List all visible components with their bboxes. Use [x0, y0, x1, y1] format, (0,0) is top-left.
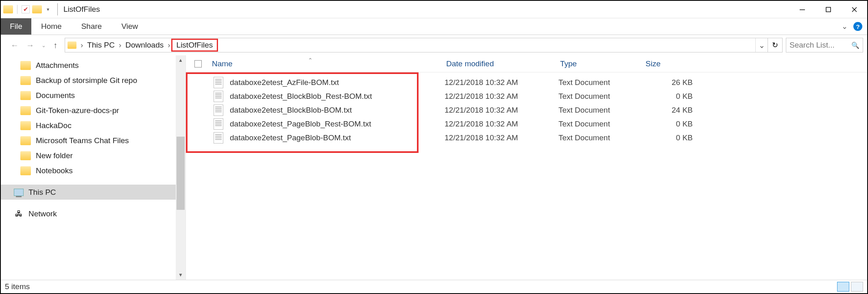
text-file-icon — [214, 91, 223, 102]
history-dropdown-icon[interactable]: ⌄ — [41, 42, 46, 48]
maximize-button[interactable] — [815, 1, 841, 18]
sidebar-item-label: Microsoft Teams Chat Files — [36, 136, 129, 145]
sidebar-item[interactable]: Backup of storsimple Git repo — [1, 73, 185, 88]
qat-separator — [17, 5, 17, 14]
breadcrumb-item-current[interactable]: ListOfFiles — [171, 39, 218, 52]
file-size: 24 KB — [644, 106, 693, 115]
text-file-icon — [214, 105, 223, 116]
ribbon-tab-share[interactable]: Share — [72, 18, 112, 35]
minimize-button[interactable] — [789, 1, 815, 18]
network-icon: 🖧 — [14, 210, 24, 218]
sidebar-item[interactable]: Attachments — [1, 58, 185, 73]
column-name-label: Name — [212, 59, 233, 68]
sidebar-item-label: This PC — [28, 188, 56, 197]
address-history-dropdown[interactable]: ⌄ — [755, 38, 768, 52]
file-rows: databoxe2etest_AzFile-BOM.txt12/21/2018 … — [186, 72, 867, 145]
help-icon[interactable]: ? — [853, 22, 862, 31]
file-date: 12/21/2018 10:32 AM — [445, 78, 558, 87]
breadcrumb-item[interactable]: Downloads — [122, 39, 167, 51]
file-type: Text Document — [558, 92, 644, 101]
sidebar-item[interactable]: Documents — [1, 88, 185, 103]
sidebar-item-label: Attachments — [36, 61, 79, 70]
up-button[interactable]: ↑ — [53, 41, 57, 50]
sidebar-item[interactable]: HackaDoc — [1, 118, 185, 133]
title-separator — [57, 3, 58, 15]
file-tab[interactable]: File — [1, 18, 31, 35]
sidebar-item[interactable]: Microsoft Teams Chat Files — [1, 133, 185, 148]
sidebar-network[interactable]: 🖧Network — [1, 206, 185, 221]
column-size[interactable]: Size — [646, 59, 711, 68]
scroll-down-icon[interactable]: ▼ — [176, 270, 185, 280]
quick-access-toolbar: ✔ ▾ ListOfFiles — [1, 3, 100, 15]
folder-icon — [20, 136, 31, 145]
qat-dropdown-icon[interactable]: ▾ — [44, 7, 52, 12]
view-large-icons-button[interactable] — [851, 282, 863, 292]
crumb-chevron-icon[interactable]: › — [80, 41, 84, 50]
status-bar: 5 items — [1, 280, 867, 293]
close-button[interactable] — [841, 1, 867, 18]
file-size: 26 KB — [644, 78, 693, 87]
folder-icon — [20, 106, 31, 115]
folder-icon — [20, 91, 31, 100]
file-type: Text Document — [558, 133, 644, 142]
file-size: 0 KB — [644, 92, 693, 101]
file-type: Text Document — [558, 78, 644, 87]
column-type[interactable]: Type — [560, 59, 646, 68]
search-input[interactable]: Search List... 🔍 — [786, 38, 863, 52]
ribbon-tab-view[interactable]: View — [111, 18, 148, 35]
nav-arrows: ← → ⌄ ↑ — [5, 41, 61, 50]
sidebar-item-label: New folder — [36, 151, 73, 160]
scroll-thumb[interactable] — [177, 137, 185, 210]
sidebar-item[interactable]: Git-Token-azure-docs-pr — [1, 103, 185, 118]
new-folder-icon[interactable] — [32, 5, 42, 13]
folder-icon — [20, 121, 31, 130]
sidebar: AttachmentsBackup of storsimple Git repo… — [1, 55, 186, 280]
ribbon-collapse-icon[interactable]: ⌄ — [842, 22, 848, 31]
sidebar-this-pc[interactable]: This PC — [1, 185, 185, 200]
select-all-checkbox[interactable] — [194, 60, 202, 68]
sidebar-item-label: Backup of storsimple Git repo — [36, 76, 137, 85]
title-bar: ✔ ▾ ListOfFiles — [1, 1, 867, 18]
text-file-icon — [214, 132, 223, 144]
folder-icon — [20, 61, 31, 70]
sidebar-item-label: Notebooks — [36, 166, 73, 175]
app-folder-icon — [3, 5, 13, 13]
svg-rect-1 — [826, 7, 831, 12]
sidebar-item[interactable]: New folder — [1, 148, 185, 163]
ribbon: File Home Share View ⌄ ? — [1, 18, 867, 35]
file-list: Name ⌃ Date modified Type Size databoxe2… — [186, 55, 867, 280]
sidebar-item[interactable]: Notebooks — [1, 163, 185, 178]
scroll-up-icon[interactable]: ▲ — [176, 55, 185, 65]
sidebar-item-label: Documents — [36, 91, 75, 100]
text-file-icon — [214, 118, 223, 130]
sidebar-item-label: Git-Token-azure-docs-pr — [36, 106, 119, 115]
crumb-chevron-icon[interactable]: › — [118, 41, 122, 50]
refresh-button[interactable]: ↻ — [768, 38, 782, 52]
back-button[interactable]: ← — [11, 41, 19, 50]
file-date: 12/21/2018 10:32 AM — [445, 133, 558, 142]
properties-icon[interactable]: ✔ — [22, 5, 30, 13]
column-name[interactable]: Name ⌃ — [210, 59, 446, 68]
address-bar[interactable]: › This PC › Downloads › ListOfFiles ⌄ ↻ — [65, 38, 783, 52]
file-type: Text Document — [558, 106, 644, 115]
breadcrumb-item[interactable]: This PC — [84, 39, 118, 51]
pc-icon — [14, 189, 24, 196]
sidebar-scrollbar[interactable]: ▲ ▼ — [176, 55, 185, 280]
forward-button[interactable]: → — [26, 41, 34, 50]
view-details-button[interactable] — [837, 282, 849, 292]
ribbon-tab-home[interactable]: Home — [31, 18, 72, 35]
file-type: Text Document — [558, 120, 644, 128]
folder-icon — [20, 151, 31, 160]
status-text: 5 items — [5, 282, 30, 291]
file-size: 0 KB — [644, 120, 693, 128]
sort-indicator-icon: ⌃ — [308, 57, 313, 63]
text-file-icon — [214, 77, 223, 88]
folder-icon — [20, 166, 31, 175]
main-area: AttachmentsBackup of storsimple Git repo… — [1, 55, 867, 280]
file-date: 12/21/2018 10:32 AM — [445, 120, 558, 128]
column-headers: Name ⌃ Date modified Type Size — [186, 55, 867, 72]
file-size: 0 KB — [644, 133, 693, 142]
column-date[interactable]: Date modified — [446, 59, 560, 68]
file-date: 12/21/2018 10:32 AM — [445, 106, 558, 115]
crumb-chevron-icon[interactable]: › — [167, 41, 171, 50]
